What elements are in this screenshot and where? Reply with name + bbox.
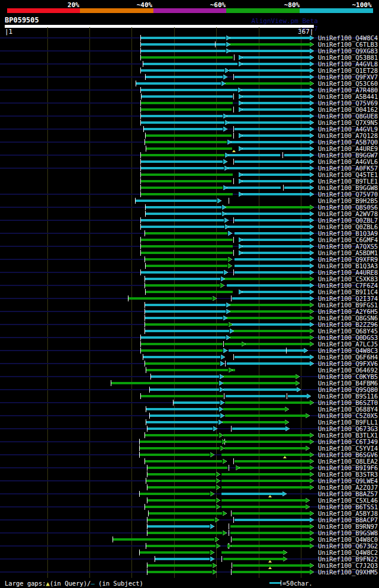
alignment-segment[interactable] [235, 160, 313, 163]
alignment-segment[interactable] [225, 441, 310, 443]
alignment-segment[interactable] [147, 519, 214, 521]
alignment-segment[interactable] [226, 317, 310, 319]
alignment-segment[interactable] [240, 291, 313, 293]
alignment-segment[interactable] [141, 239, 233, 241]
alignment-segment[interactable] [141, 343, 223, 345]
alignment-segment[interactable] [145, 434, 219, 436]
alignment-segment[interactable] [235, 258, 313, 261]
alignment-segment[interactable] [230, 532, 310, 534]
alignment-segment[interactable] [141, 167, 224, 169]
alignment-segment[interactable] [141, 226, 224, 228]
alignment-segment[interactable] [151, 375, 219, 378]
alignment-segment[interactable] [113, 538, 214, 541]
alignment-segment[interactable] [145, 330, 229, 332]
alignment-segment[interactable] [232, 512, 310, 515]
alignment-segment[interactable] [223, 278, 310, 280]
alignment-segment[interactable] [141, 43, 226, 46]
alignment-segment[interactable] [240, 245, 313, 248]
alignment-segment[interactable] [225, 415, 309, 417]
alignment-segment[interactable] [140, 493, 210, 495]
alignment-segment[interactable] [141, 69, 224, 72]
alignment-segment[interactable] [145, 141, 227, 143]
alignment-segment[interactable] [147, 486, 216, 489]
alignment-segment[interactable] [240, 102, 313, 104]
alignment-segment[interactable] [140, 447, 220, 449]
alignment-segment[interactable] [141, 252, 233, 254]
alignment-segment[interactable] [146, 291, 233, 293]
alignment-segment[interactable] [140, 441, 221, 443]
alignment-segment[interactable] [228, 121, 313, 124]
alignment-segment[interactable] [143, 356, 220, 358]
alignment-segment[interactable] [231, 323, 313, 326]
alignment-segment[interactable] [221, 454, 310, 456]
alignment-segment[interactable] [141, 56, 233, 59]
alignment-segment[interactable] [223, 434, 310, 436]
alignment-segment[interactable] [146, 265, 227, 267]
alignment-segment[interactable] [223, 408, 288, 410]
alignment-segment[interactable] [227, 284, 313, 287]
alignment-segment[interactable] [240, 134, 313, 137]
alignment-segment[interactable] [140, 454, 210, 456]
alignment-segment[interactable] [240, 108, 313, 111]
alignment-segment[interactable] [240, 173, 313, 176]
alignment-segment[interactable] [145, 304, 226, 306]
alignment-segment[interactable] [145, 258, 227, 261]
alignment-segment[interactable] [229, 50, 313, 52]
alignment-segment[interactable] [145, 323, 228, 326]
alignment-segment[interactable] [221, 486, 310, 489]
alignment-segment[interactable] [141, 395, 223, 397]
alignment-segment[interactable] [145, 506, 216, 508]
alignment-segment[interactable] [232, 571, 310, 573]
alignment-segment[interactable] [223, 382, 298, 384]
alignment-segment[interactable] [240, 239, 313, 241]
alignment-segment[interactable] [241, 63, 313, 65]
alignment-segment[interactable] [146, 480, 216, 482]
alignment-segment[interactable] [226, 395, 285, 397]
alignment-segment[interactable] [221, 506, 309, 508]
alignment-segment[interactable] [141, 219, 224, 221]
alignment-segment[interactable] [141, 245, 233, 248]
alignment-segment[interactable] [145, 362, 220, 365]
alignment-segment[interactable] [147, 564, 212, 567]
alignment-segment[interactable] [230, 525, 310, 528]
alignment-segment[interactable] [227, 362, 313, 365]
alignment-segment[interactable] [146, 213, 221, 215]
alignment-segment[interactable] [221, 480, 310, 482]
alignment-segment[interactable] [240, 252, 313, 254]
alignment-segment[interactable] [141, 349, 223, 352]
alignment-segment[interactable] [228, 154, 280, 156]
alignment-segment[interactable] [235, 271, 313, 274]
alignment-segment[interactable] [145, 317, 223, 319]
alignment-segment[interactable] [232, 428, 288, 430]
alignment-segment[interactable] [145, 310, 226, 313]
alignment-segment[interactable] [235, 356, 313, 358]
alignment-segment[interactable] [140, 551, 210, 554]
alignment-segment[interactable] [235, 460, 310, 462]
alignment-segment[interactable] [222, 421, 288, 423]
alignment-segment[interactable] [141, 89, 237, 91]
alignment-segment[interactable] [240, 147, 313, 150]
alignment-segment[interactable] [146, 369, 228, 371]
alignment-segment[interactable] [229, 304, 310, 306]
alignment-segment[interactable] [146, 408, 219, 410]
alignment-segment[interactable] [224, 206, 310, 208]
alignment-segment[interactable] [223, 388, 300, 391]
alignment-segment[interactable] [230, 336, 310, 339]
alignment-segment[interactable] [235, 232, 313, 234]
alignment-segment[interactable] [146, 206, 221, 208]
alignment-segment[interactable] [240, 95, 313, 98]
alignment-segment[interactable] [141, 336, 226, 339]
alignment-segment[interactable] [136, 200, 217, 202]
alignment-segment[interactable] [155, 558, 210, 560]
alignment-segment[interactable] [147, 525, 210, 528]
alignment-segment[interactable] [136, 82, 221, 85]
alignment-segment[interactable] [232, 297, 313, 300]
alignment-segment[interactable] [231, 545, 310, 547]
alignment-segment[interactable] [141, 193, 233, 195]
alignment-segment[interactable] [240, 180, 313, 182]
alignment-segment[interactable] [223, 375, 298, 378]
alignment-segment[interactable] [146, 134, 232, 137]
alignment-segment[interactable] [141, 187, 223, 189]
alignment-segment[interactable] [221, 499, 309, 502]
alignment-segment[interactable] [145, 284, 220, 287]
